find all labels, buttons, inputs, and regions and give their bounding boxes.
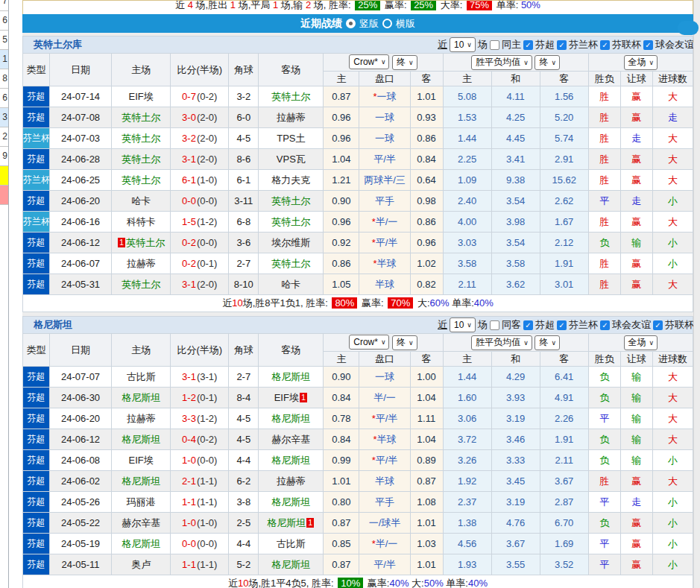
bookmaker-select[interactable]: Crow*∨	[349, 335, 389, 350]
home-team-cell[interactable]: 格尼斯坦	[112, 388, 171, 408]
league-type-badge[interactable]: 芬超	[23, 388, 49, 408]
home-team-cell[interactable]: 英特土尔	[112, 274, 171, 295]
avg-state-select[interactable]: 终∨	[535, 335, 560, 350]
home-team-cell[interactable]: 赫尔辛基	[112, 513, 171, 534]
away-team-cell[interactable]: 格尼斯坦1	[259, 513, 324, 534]
match-result-cell: 胜	[588, 86, 620, 107]
away-team-cell[interactable]: EIF埃1	[259, 388, 324, 408]
away-team-cell[interactable]: 英特土尔	[259, 191, 324, 212]
home-team-cell[interactable]: 科特卡	[112, 212, 171, 233]
floating-widget[interactable]	[678, 21, 699, 35]
home-team-cell[interactable]: 格尼斯坦	[112, 471, 171, 492]
home-team-cell[interactable]: 英特土尔	[112, 170, 171, 191]
home-team-cell[interactable]: 英特土尔	[112, 149, 171, 170]
away-team-cell[interactable]: 拉赫蒂	[259, 107, 324, 128]
avg-type-select-value: 胜平负均值	[476, 336, 520, 349]
league-type-badge[interactable]: 芬兰杯	[23, 212, 49, 232]
league-type-badge[interactable]: 芬超	[23, 534, 49, 554]
home-team-cell[interactable]: 格尼斯坦	[112, 534, 171, 554]
handicap-cell: 半/一	[359, 388, 410, 408]
away-team-cell[interactable]: 格力夫克	[259, 170, 324, 191]
league-type-badge[interactable]: 芬兰杯	[23, 128, 49, 148]
league-filter-checkbox[interactable]: ✓	[523, 320, 533, 330]
league-type-badge[interactable]: 芬超	[23, 367, 49, 387]
horizontal-layout-radio[interactable]	[382, 19, 392, 28]
odds-state-select[interactable]: 终∨	[392, 335, 417, 350]
league-type-badge[interactable]: 芬超	[23, 513, 49, 533]
away-team-cell[interactable]: 古比斯	[259, 534, 324, 554]
vertical-layout-radio[interactable]	[346, 19, 356, 28]
bookmaker-select[interactable]: Crow*∨	[349, 54, 389, 69]
away-team-cell[interactable]: 格尼斯坦	[259, 408, 324, 429]
recent-count-select[interactable]: 10∨	[450, 37, 476, 52]
match-result-cell: 胜	[588, 128, 620, 149]
strip-cell: 1	[0, 50, 8, 69]
home-team-cell[interactable]: 格尼斯坦	[112, 429, 171, 450]
home-team-cell[interactable]: 1英特土尔	[112, 233, 171, 253]
avg-type-select[interactable]: 胜平负均值∨	[471, 335, 532, 350]
away-team-cell[interactable]: VPS瓦	[259, 149, 324, 170]
league-filter-checkbox[interactable]: ✓	[643, 40, 653, 50]
recent-count-select[interactable]: 10∨	[450, 317, 476, 332]
league-filter-checkbox[interactable]: ✓	[600, 320, 610, 330]
league-type-badge[interactable]: 芬超	[23, 408, 49, 429]
away-team-cell[interactable]: 埃尔维斯	[259, 233, 324, 253]
same-venue-checkbox[interactable]	[490, 320, 499, 330]
league-type-badge[interactable]: 芬超	[23, 274, 49, 294]
home-team-cell[interactable]: 古比斯	[112, 367, 171, 388]
match-result-cell: 胜	[588, 212, 620, 233]
home-team-cell[interactable]: 奥卢	[112, 554, 171, 575]
home-odds-cell: 0.84	[324, 388, 359, 408]
away-team-cell[interactable]: 英特土尔	[259, 212, 324, 233]
goals-result-cell: 大	[652, 212, 693, 233]
league-type-badge[interactable]: 芬超	[23, 149, 49, 169]
league-type-badge[interactable]: 芬超	[23, 471, 49, 491]
home-team-cell[interactable]: 玛丽港	[112, 492, 171, 513]
league-filter-checkbox[interactable]: ✓	[523, 40, 533, 50]
league-filter-checkbox[interactable]: ✓	[653, 320, 663, 330]
away-team-cell[interactable]: TPS土	[259, 128, 324, 149]
scope-select[interactable]: 全场∨	[624, 335, 658, 350]
league-type-badge[interactable]: 芬超	[23, 450, 49, 470]
chevron-down-icon: ∨	[649, 59, 655, 66]
league-type-badge[interactable]: 芬超	[23, 429, 49, 449]
home-team-cell[interactable]: 英特土尔	[112, 107, 171, 128]
league-type-badge[interactable]: 芬超	[23, 233, 49, 253]
away-team-cell[interactable]: 格尼斯坦	[259, 367, 324, 388]
home-team-cell[interactable]: 拉赫蒂	[112, 253, 171, 274]
league-filter-checkbox[interactable]: ✓	[557, 40, 567, 50]
recent-count-link[interactable]: 近	[438, 38, 447, 51]
league-type-badge[interactable]: 芬超	[23, 253, 49, 274]
recent-count-link[interactable]: 近	[438, 318, 447, 332]
fulltime-score: 1-1	[182, 559, 196, 570]
away-team-cell[interactable]: 英特土尔	[259, 86, 324, 107]
home-team-cell[interactable]: 英特土尔	[112, 128, 171, 149]
away-team-cell[interactable]: 格尼斯坦	[259, 554, 324, 575]
footer-token: 40%	[468, 578, 488, 588]
league-type-badge[interactable]: 芬兰杯	[23, 170, 49, 190]
league-filter-checkbox[interactable]: ✓	[557, 320, 567, 330]
league-filter-checkbox[interactable]: ✓	[600, 40, 610, 50]
avg-state-select[interactable]: 终∨	[535, 55, 560, 70]
home-team-cell[interactable]: 哈卡	[112, 191, 171, 212]
league-type-badge[interactable]: 芬超	[23, 492, 49, 512]
avg-away-cell: 3.52	[540, 554, 588, 575]
scope-select[interactable]: 全场∨	[624, 55, 658, 70]
same-venue-checkbox[interactable]	[490, 40, 499, 50]
league-type-badge[interactable]: 芬超	[23, 86, 49, 107]
avg-type-select[interactable]: 胜平负均值∨	[471, 55, 532, 70]
home-team-cell[interactable]: 拉赫蒂	[112, 408, 171, 429]
away-team-cell[interactable]: 格尼斯坦	[259, 492, 324, 513]
home-team-cell[interactable]: EIF埃	[112, 450, 171, 471]
home-team-cell[interactable]: EIF埃	[112, 86, 171, 107]
away-team-cell[interactable]: 哈卡	[259, 274, 324, 295]
league-type-badge[interactable]: 芬超	[23, 107, 49, 127]
handicap-cell: *一球	[359, 86, 410, 107]
league-type-badge[interactable]: 芬超	[23, 191, 49, 211]
away-team-cell[interactable]: 赫尔辛基	[259, 429, 324, 450]
league-type-badge[interactable]: 芬超	[23, 554, 49, 575]
away-team-cell[interactable]: 格尼斯坦	[259, 450, 324, 471]
odds-state-select[interactable]: 终∨	[392, 55, 417, 70]
away-team-cell[interactable]: 英特土尔	[259, 253, 324, 274]
away-team-cell[interactable]: 拉赫蒂	[259, 471, 324, 492]
